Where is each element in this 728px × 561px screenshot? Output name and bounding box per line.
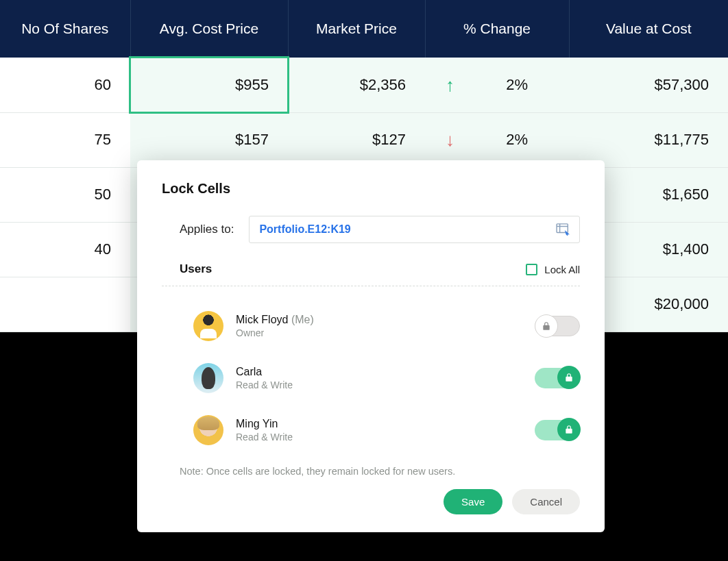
user-role: Read & Write	[236, 432, 535, 442]
applies-to-row: Applies to: Portfolio.E12:K19	[162, 216, 580, 243]
dialog-title: Lock Cells	[162, 181, 580, 197]
lock-toggle[interactable]	[535, 316, 580, 336]
save-button[interactable]: Save	[444, 489, 502, 514]
cell-change[interactable]: ↑ 2%	[425, 58, 569, 112]
col-header-avg-cost[interactable]: Avg. Cost Price	[130, 0, 288, 58]
avatar	[193, 415, 223, 445]
user-name: Mick Floyd (Me)	[236, 314, 535, 326]
cell-change[interactable]: ↓ 2%	[425, 112, 569, 167]
lock-icon	[557, 418, 581, 441]
cell-value[interactable]: $57,300	[569, 58, 728, 112]
arrow-up-icon: ↑	[446, 74, 454, 95]
divider	[162, 286, 580, 286]
col-header-shares[interactable]: No Of Shares	[0, 0, 130, 58]
cell-avg-cost[interactable]: $955	[130, 58, 288, 112]
avatar	[193, 363, 223, 393]
col-header-change[interactable]: % Change	[425, 0, 569, 58]
user-row: Mick Floyd (Me) Owner	[162, 300, 580, 352]
user-row: Ming Yin Read & Write	[162, 404, 580, 456]
cell-shares[interactable]: 60	[0, 58, 130, 112]
arrow-down-icon: ↓	[446, 129, 454, 151]
lock-toggle[interactable]	[535, 368, 580, 388]
lock-icon	[557, 366, 581, 389]
table-row: 60 $955 $2,356 ↑ 2% $57,300	[0, 58, 728, 112]
note-text: Note: Once cells are locked, they remain…	[180, 466, 580, 477]
table-row: 75 $157 $127 ↓ 2% $11,775	[0, 112, 728, 167]
col-header-value-at-cost[interactable]: Value at Cost	[569, 0, 728, 58]
cell-avg-cost[interactable]: $157	[130, 112, 288, 167]
lock-all-checkbox[interactable]: Lock All	[526, 264, 580, 275]
range-picker-icon[interactable]	[556, 223, 570, 236]
user-name: Carla	[236, 366, 535, 378]
cancel-button[interactable]: Cancel	[512, 489, 580, 514]
cell-market[interactable]: $2,356	[288, 58, 425, 112]
range-input[interactable]: Portfolio.E12:K19	[249, 216, 580, 243]
cell-shares[interactable]: 50	[0, 167, 130, 222]
range-value: Portfolio.E12:K19	[259, 223, 350, 236]
svg-rect-0	[557, 224, 568, 233]
checkbox-icon	[526, 264, 537, 275]
lock-cells-dialog: Lock Cells Applies to: Portfolio.E12:K19…	[137, 160, 605, 532]
lock-icon	[535, 314, 558, 338]
lock-toggle[interactable]	[535, 420, 580, 440]
avatar	[193, 311, 223, 341]
col-header-market-price[interactable]: Market Price	[288, 0, 425, 58]
lock-all-label: Lock All	[544, 264, 580, 275]
cell-shares[interactable]: 40	[0, 222, 130, 277]
cell-shares[interactable]: 75	[0, 112, 130, 167]
cell-shares[interactable]	[0, 277, 130, 332]
cell-market[interactable]: $127	[288, 112, 425, 167]
table-header-row: No Of Shares Avg. Cost Price Market Pric…	[0, 0, 728, 58]
user-row: Carla Read & Write	[162, 352, 580, 404]
applies-to-label: Applies to:	[180, 223, 234, 236]
users-section-label: Users	[180, 262, 212, 276]
user-role: Read & Write	[236, 379, 535, 390]
user-role: Owner	[236, 327, 535, 338]
cell-value[interactable]: $11,775	[569, 112, 728, 167]
user-name: Ming Yin	[236, 418, 535, 430]
